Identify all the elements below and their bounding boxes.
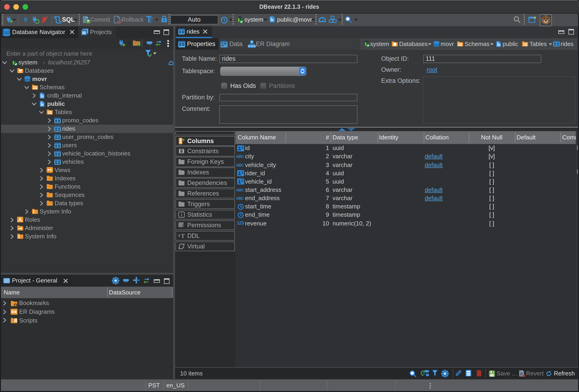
svg-text:i: i [181,212,182,217]
svg-text:T: T [181,232,185,239]
